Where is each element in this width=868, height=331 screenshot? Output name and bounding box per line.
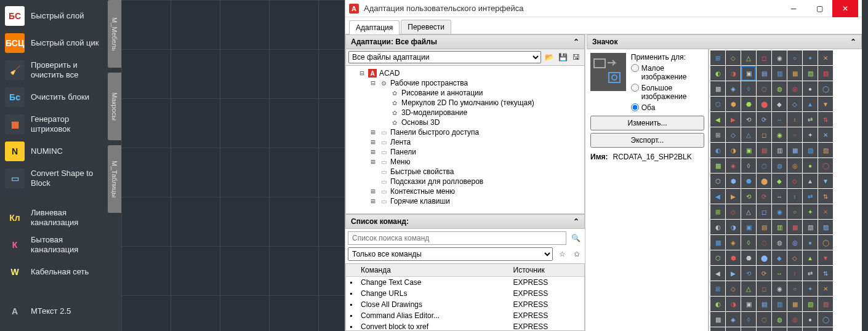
collapse-icon[interactable]: ⌃ <box>573 217 579 226</box>
drawing-canvas[interactable] <box>121 0 345 331</box>
icon-cell[interactable]: ◻ <box>757 127 771 142</box>
command-row[interactable]: ▪Change Text CaseEXPRESS <box>346 277 584 289</box>
icon-cell[interactable]: ▥ <box>772 297 787 311</box>
icon-cell[interactable]: ▲ <box>803 250 818 265</box>
radio-large[interactable]: Большое изображение <box>631 84 704 101</box>
icon-cell[interactable]: ▧ <box>803 143 818 158</box>
icon-library-grid[interactable]: ⊞◇△◻◉○✦✕◐◑▣▤▥▦▧▨▩◈◊◌◍◎●◯⬡⬢⬣⬤◆◇▲▼◀▶⟲⟳↔↕⇄⇅… <box>709 49 862 331</box>
icon-cell[interactable]: ◇ <box>726 127 741 142</box>
icon-cell[interactable]: ⬣ <box>741 250 756 265</box>
icon-cell[interactable]: ⇄ <box>803 189 818 204</box>
palette-item[interactable]: ▭Convert Shape to Block <box>4 165 104 192</box>
icon-cell[interactable]: ◆ <box>772 173 787 188</box>
tree-item[interactable]: ✿Основы 3D <box>380 118 583 127</box>
icon-cell[interactable]: ◆ <box>772 250 787 265</box>
icon-cell[interactable]: ○ <box>787 281 802 296</box>
icon-cell[interactable]: ◯ <box>818 235 833 250</box>
minimize-button[interactable]: ─ <box>781 0 806 17</box>
expand-icon[interactable]: ⊞ <box>369 128 377 137</box>
icon-cell[interactable]: ⬤ <box>757 327 771 331</box>
icon-cell[interactable]: ◀ <box>710 112 725 127</box>
icon-cell[interactable]: ◉ <box>772 281 787 296</box>
icon-cell[interactable]: ↕ <box>787 266 802 281</box>
icon-cell[interactable]: ✦ <box>803 204 818 219</box>
export-button[interactable]: Экспорт... <box>590 133 704 148</box>
icon-cell[interactable]: ◌ <box>757 235 771 250</box>
tree-item[interactable]: ⊞▭Панели быстрого доступа <box>369 127 583 137</box>
icon-cell[interactable]: ◉ <box>772 127 787 142</box>
icon-cell[interactable]: ⟳ <box>757 266 771 281</box>
icon-cell[interactable]: ◍ <box>772 235 787 250</box>
icon-cell[interactable]: ◍ <box>772 81 787 96</box>
icon-cell[interactable]: ⇄ <box>803 266 818 281</box>
icon-cell[interactable]: △ <box>741 281 756 296</box>
col-command[interactable]: Команда <box>357 264 510 277</box>
tree-item[interactable]: ✿Меркулов 2D По умолчанию (текущая) <box>380 98 583 108</box>
icon-cell[interactable]: ▣ <box>741 143 756 158</box>
icon-cell[interactable]: ◉ <box>772 204 787 219</box>
icon-cell[interactable]: ▶ <box>726 266 741 281</box>
icon-cell[interactable]: ◇ <box>787 250 802 265</box>
icon-cell[interactable]: ⟳ <box>757 112 771 127</box>
icon-cell[interactable]: ◻ <box>757 50 771 65</box>
palette-item[interactable]: ▦Генератор штриховок <box>4 111 104 138</box>
icon-cell[interactable]: ◑ <box>726 220 741 234</box>
icon-cell[interactable]: ▨ <box>818 220 833 234</box>
icon-cell[interactable]: ⟳ <box>757 189 771 204</box>
icon-cell[interactable]: ▦ <box>787 297 802 311</box>
icon-cell[interactable]: ⬤ <box>757 250 771 265</box>
icon-cell[interactable]: ◎ <box>787 81 802 96</box>
icon-cell[interactable]: ▣ <box>741 220 756 234</box>
icon-cell[interactable]: ○ <box>787 127 802 142</box>
command-row[interactable]: ▪Command Alias Editor...EXPRESS <box>346 310 584 321</box>
expand-icon[interactable]: ⊞ <box>369 197 377 205</box>
collapse-icon[interactable]: ⌃ <box>850 38 856 46</box>
icon-cell[interactable]: ◆ <box>772 327 787 331</box>
icon-cell[interactable]: ✕ <box>818 127 833 142</box>
icon-cell[interactable]: ✦ <box>803 50 818 65</box>
icon-cell[interactable]: ↕ <box>787 112 802 127</box>
radio-small[interactable]: Малое изображение <box>631 64 704 81</box>
icon-cell[interactable]: ⇄ <box>803 112 818 127</box>
icon-cell[interactable]: ⬢ <box>726 327 741 331</box>
icon-cell[interactable]: ▨ <box>818 66 833 81</box>
icon-cell[interactable]: ▤ <box>757 66 771 81</box>
icon-cell[interactable]: ▼ <box>818 250 833 265</box>
icon-cell[interactable]: ▥ <box>772 66 787 81</box>
icon-cell[interactable]: △ <box>741 127 756 142</box>
icon-cell[interactable]: ◊ <box>741 158 756 173</box>
collapse-icon[interactable]: ⌃ <box>573 38 579 46</box>
icon-cell[interactable]: ✕ <box>818 281 833 296</box>
icon-cell[interactable]: ◎ <box>787 158 802 173</box>
icon-cell[interactable]: ◉ <box>772 50 787 65</box>
icon-cell[interactable]: ◑ <box>726 297 741 311</box>
icon-cell[interactable]: ◈ <box>726 235 741 250</box>
icon-cell[interactable]: ◍ <box>772 312 787 327</box>
icon-cell[interactable]: ◈ <box>726 312 741 327</box>
command-filter-select[interactable]: Только все команды <box>348 247 553 261</box>
open-file-icon[interactable]: 📂 <box>544 52 555 63</box>
tree-item[interactable]: ✿3D-моделирование <box>380 108 583 118</box>
palette-item[interactable]: КБытовая канализация <box>4 231 104 258</box>
icon-cell[interactable]: ⊞ <box>710 127 725 142</box>
icon-cell[interactable]: ▼ <box>818 173 833 188</box>
palette-item[interactable]: АМТекст 2.5 <box>4 298 104 325</box>
icon-cell[interactable]: ⇅ <box>818 112 833 127</box>
icon-cell[interactable]: ▨ <box>818 143 833 158</box>
icon-cell[interactable]: ▦ <box>787 66 802 81</box>
radio-both[interactable]: Оба <box>631 103 704 112</box>
vtab-furniture[interactable]: М_Мебель <box>108 0 121 68</box>
icon-cell[interactable]: ⊞ <box>710 281 725 296</box>
vtab-macros[interactable]: Макросы <box>108 73 121 140</box>
icon-cell[interactable]: ✦ <box>803 281 818 296</box>
save-icon[interactable]: 💾 <box>557 52 568 63</box>
icon-cell[interactable]: ✕ <box>818 50 833 65</box>
col-source[interactable]: Источник <box>510 264 584 277</box>
icon-cell[interactable]: ▼ <box>818 327 833 331</box>
icon-cell[interactable]: ⟲ <box>741 266 756 281</box>
icon-cell[interactable]: ◯ <box>818 81 833 96</box>
icon-cell[interactable]: ◎ <box>787 235 802 250</box>
icon-cell[interactable]: ○ <box>787 50 802 65</box>
tree-item[interactable]: ⊞▭Меню <box>369 157 583 167</box>
palette-item[interactable]: БСБыстрый слой <box>4 2 104 30</box>
